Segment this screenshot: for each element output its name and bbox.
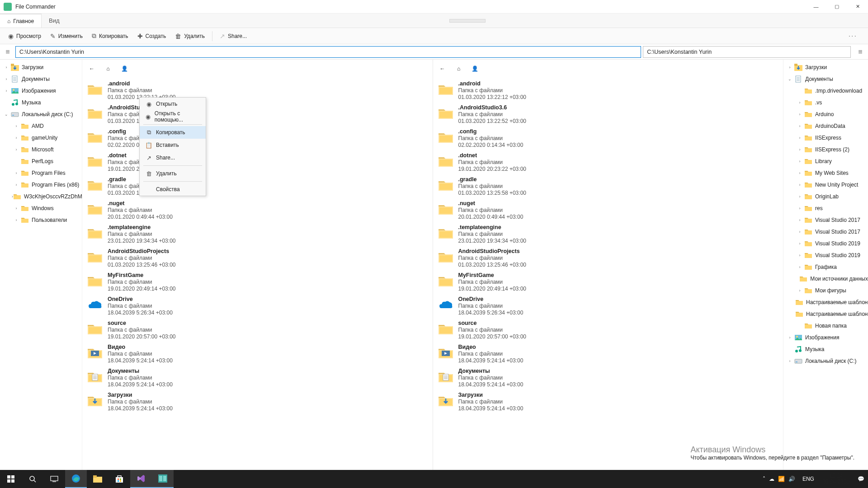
file-row[interactable]: sourceПапка с файлами19.01.2020 20:57:00…: [436, 318, 781, 342]
file-row[interactable]: .AndroidStudio3.6Папка с файлами01.03.20…: [85, 103, 430, 127]
view-button[interactable]: ◉Просмотр: [4, 30, 46, 42]
chevron-icon[interactable]: ›: [795, 288, 804, 293]
tree-item[interactable]: PerfLogs: [0, 155, 82, 167]
user-button[interactable]: 👤: [119, 66, 129, 72]
tree-item[interactable]: ›Windows: [0, 202, 82, 214]
minimize-button[interactable]: —: [806, 0, 826, 14]
tree-item[interactable]: Мои источники данных: [783, 273, 868, 285]
tree-item[interactable]: ›Мои фигуры: [783, 285, 868, 296]
maximize-button[interactable]: ▢: [826, 0, 847, 14]
chevron-icon[interactable]: ›: [795, 253, 804, 258]
delete-button[interactable]: 🗑Удалить: [170, 30, 209, 42]
tree-item[interactable]: ›Изображения: [0, 85, 82, 97]
tree-item[interactable]: ›Program Files (x86): [0, 179, 82, 191]
tree-item[interactable]: ›Изображения: [783, 332, 868, 343]
tree-item[interactable]: ›IISExpress: [783, 132, 868, 144]
edge-taskbar-icon[interactable]: [65, 470, 87, 488]
chevron-icon[interactable]: ›: [795, 147, 804, 152]
file-row[interactable]: OneDriveПапка с файлами18.04.2039 5:26:3…: [85, 294, 430, 318]
chevron-icon[interactable]: ›: [2, 89, 11, 93]
tree-item[interactable]: ›Visual Studio 2017: [783, 226, 868, 238]
file-row[interactable]: .templateengineПапка с файлами23.01.2020…: [85, 222, 430, 246]
tab-home[interactable]: ⌂Главное: [0, 14, 42, 28]
left-menu-button[interactable]: ≡: [0, 48, 15, 56]
file-row[interactable]: .nugetПапка с файлами20.01.2020 0:49:44 …: [436, 198, 781, 222]
tray-language[interactable]: ENG: [799, 476, 818, 482]
chevron-icon[interactable]: ›: [795, 112, 804, 117]
tree-item[interactable]: ›gameUnity: [0, 132, 82, 144]
more-button[interactable]: ···: [841, 32, 864, 40]
chevron-icon[interactable]: ›: [2, 77, 11, 81]
share-button[interactable]: ↗Share...: [215, 30, 251, 42]
file-row[interactable]: .dotnetПапка с файлами19.01.2020 20:23:2…: [436, 150, 781, 174]
right-address-input[interactable]: C:\Users\Konstantin Yurin: [643, 46, 851, 58]
tree-item[interactable]: ›Документы: [0, 73, 82, 85]
back-button[interactable]: ←: [87, 66, 97, 72]
tree-item[interactable]: Настраиваемые шаблоны: [783, 296, 868, 308]
left-address-input[interactable]: C:\Users\Konstantin Yurin: [15, 46, 641, 58]
file-row[interactable]: ВидеоПапка с файлами18.04.2039 5:24:14 +…: [85, 342, 430, 366]
file-row[interactable]: .gradleПапка с файлами01.03.2020 13:25:5…: [85, 174, 430, 198]
file-row[interactable]: AndroidStudioProjectsПапка с файлами01.0…: [85, 246, 430, 270]
tree-item[interactable]: ›Локальный диск (C:): [783, 355, 868, 367]
tree-item[interactable]: ⌄Документы: [783, 73, 868, 85]
file-row[interactable]: AndroidStudioProjectsПапка с файлами01.0…: [436, 246, 781, 270]
ctx-open-with[interactable]: ◉Открыть с помощью...: [140, 110, 206, 123]
tree-item[interactable]: .tmp.drivedownload: [783, 85, 868, 97]
home-button[interactable]: ⌂: [454, 66, 464, 72]
tree-item[interactable]: ›Графика: [783, 261, 868, 273]
tree-item[interactable]: ›Arduino: [783, 108, 868, 120]
tree-item[interactable]: ›Visual Studio 2017: [783, 214, 868, 226]
chevron-icon[interactable]: ›: [795, 230, 804, 234]
file-row[interactable]: .androidПапка с файлами01.03.2020 13:22:…: [436, 79, 781, 103]
chevron-icon[interactable]: ›: [795, 171, 804, 175]
chevron-icon[interactable]: ›: [795, 136, 804, 140]
chevron-icon[interactable]: ›: [785, 65, 794, 70]
chevron-icon[interactable]: ›: [795, 183, 804, 187]
file-row[interactable]: .configПапка с файлами02.02.2020 0:14:34…: [436, 127, 781, 150]
file-row[interactable]: ДокументыПапка с файлами18.04.2039 5:24:…: [436, 366, 781, 390]
chevron-icon[interactable]: ›: [12, 136, 21, 140]
file-row[interactable]: ВидеоПапка с файлами18.04.2039 5:24:14 +…: [436, 342, 781, 366]
file-row[interactable]: .nugetПапка с файлами20.01.2020 0:49:44 …: [85, 198, 430, 222]
ctx-copy[interactable]: ⧉Копировать: [140, 126, 206, 139]
tree-item[interactable]: ›AMD: [0, 120, 82, 132]
explorer-taskbar-icon[interactable]: [87, 470, 108, 488]
tree-item[interactable]: ›Visual Studio 2019: [783, 238, 868, 249]
chevron-icon[interactable]: ›: [12, 206, 21, 211]
tree-item[interactable]: ›Загрузки: [0, 61, 82, 73]
chevron-icon[interactable]: ›: [795, 124, 804, 128]
file-row[interactable]: .AndroidStudio3.6Папка с файлами01.03.20…: [436, 103, 781, 127]
file-row[interactable]: .dotnetПапка с файлами19.01.2020 20:23:2…: [85, 150, 430, 174]
edit-button[interactable]: ✎Изменить: [46, 30, 87, 42]
copy-button[interactable]: ⧉Копировать: [87, 30, 133, 42]
tray-clock[interactable]: 12:2406.04.2020: [818, 473, 854, 485]
file-row[interactable]: ЗагрузкиПапка с файлами18.04.2039 5:24:1…: [85, 390, 430, 414]
ctx-open[interactable]: ◉Открыть: [140, 98, 206, 110]
file-row[interactable]: .gradleПапка с файлами01.03.2020 13:25:5…: [436, 174, 781, 198]
chevron-icon[interactable]: ›: [12, 218, 21, 222]
tree-item[interactable]: ›Microsoft: [0, 144, 82, 155]
tray-chevron-icon[interactable]: ˄: [763, 476, 765, 482]
chevron-icon[interactable]: ⌄: [2, 112, 11, 117]
tree-item[interactable]: ›New Unity Project: [783, 179, 868, 191]
chevron-icon[interactable]: ›: [795, 100, 804, 105]
tree-item[interactable]: Новая папка: [783, 320, 868, 332]
start-button[interactable]: [0, 470, 22, 488]
tree-item[interactable]: ›Visual Studio 2019: [783, 249, 868, 261]
tree-item[interactable]: Настраиваемые шаблоны: [783, 308, 868, 320]
tree-item[interactable]: Музыка: [0, 97, 82, 108]
chevron-icon[interactable]: ›: [795, 206, 804, 211]
chevron-icon[interactable]: ›: [795, 194, 804, 199]
tree-item[interactable]: ›res: [783, 202, 868, 214]
chevron-icon[interactable]: ›: [12, 171, 21, 175]
back-button[interactable]: ←: [438, 66, 448, 72]
close-button[interactable]: ✕: [847, 0, 868, 14]
file-row[interactable]: ЗагрузкиПапка с файлами18.04.2039 5:24:1…: [436, 390, 781, 414]
ctx-share[interactable]: ↗Share...: [140, 151, 206, 164]
file-row[interactable]: ДокументыПапка с файлами18.04.2039 5:24:…: [85, 366, 430, 390]
ctx-delete[interactable]: 🗑Удалить: [140, 167, 206, 180]
file-row[interactable]: sourceПапка с файлами19.01.2020 20:57:00…: [85, 318, 430, 342]
chevron-icon[interactable]: ⌄: [785, 77, 794, 81]
chevron-icon[interactable]: ›: [2, 65, 11, 70]
